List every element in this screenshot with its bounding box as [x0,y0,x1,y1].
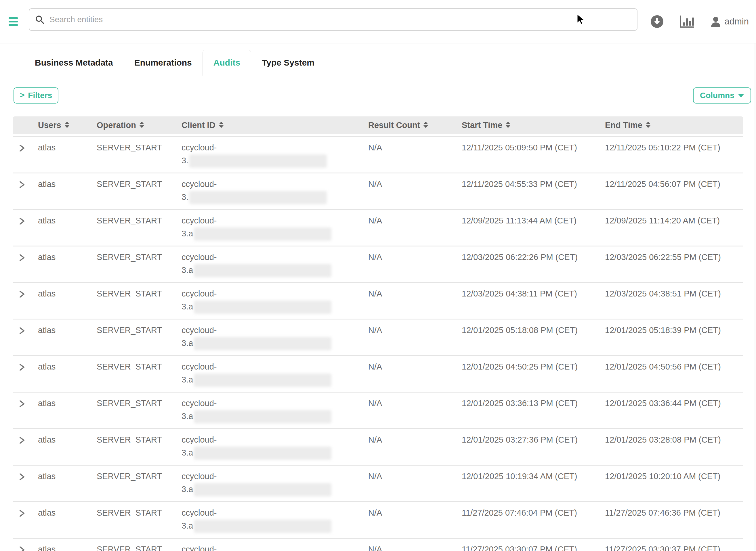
cell-result-count: N/A [368,472,382,481]
cell-operation: SERVER_START [97,399,162,408]
table-row: atlas SERVER_START ccycloud- 3.a N/A 12/… [13,319,743,355]
cell-start-time: 12/01/2025 10:19:34 AM (CET) [462,472,577,481]
column-label: Client ID [181,120,216,130]
admin-tabbar: Business Metadata Enumerations Audits Ty… [11,50,745,75]
cell-result-count: N/A [368,216,382,225]
chevron-right-icon [18,546,26,551]
expand-row-button[interactable] [18,178,26,188]
cell-end-time: 12/09/2025 11:14:20 AM (CET) [605,216,720,225]
cell-client-id-line1: ccycloud- [181,397,364,410]
cell-start-time: 11/27/2025 03:30:07 PM (CET) [462,545,577,551]
sort-icon[interactable] [506,122,510,128]
expand-row-button[interactable] [18,434,26,444]
cell-user: atlas [38,472,55,481]
cell-end-time: 12/01/2025 03:28:08 PM (CET) [605,435,721,444]
download-button[interactable] [651,15,664,28]
redacted-client-id [194,227,331,241]
client-id-prefix: 3.a [181,521,193,530]
redacted-client-id [194,264,331,277]
redacted-client-id [194,410,331,423]
cell-operation: SERVER_START [97,326,162,335]
client-id-prefix: 3.a [181,229,193,238]
expand-row-button[interactable] [18,507,26,517]
sort-icon[interactable] [219,122,224,128]
statistics-button[interactable] [680,15,694,28]
expand-row-button[interactable] [18,398,26,407]
sort-icon[interactable] [423,122,428,128]
cell-operation: SERVER_START [97,472,162,481]
cell-user: atlas [38,399,55,408]
expand-row-button[interactable] [18,251,26,261]
redacted-client-id [194,520,331,533]
column-header-start-time[interactable]: Start Time [458,117,601,136]
cell-client-id-line1: ccycloud- [181,141,364,154]
tab-audits[interactable]: Audits [203,50,251,76]
cell-client-id-line1: ccycloud- [181,178,364,191]
table-row: atlas SERVER_START ccycloud- 3.a N/A 11/… [13,538,743,551]
cell-client-id-line2: 3. [181,154,364,168]
username-label: admin [725,16,749,27]
column-header-end-time[interactable]: End Time [601,117,743,136]
audit-table-header: Users Operation Client ID Result Count S… [13,117,743,136]
column-header-operation[interactable]: Operation [93,117,177,136]
redacted-client-id [194,374,331,387]
tab-type-system[interactable]: Type System [251,50,325,75]
cell-client-id-line2: 3.a [181,300,364,314]
menu-button[interactable] [9,15,19,28]
cell-client-id-line2: 3.a [181,446,364,460]
expand-row-button[interactable] [18,361,26,371]
redacted-client-id [194,337,331,350]
user-menu[interactable]: admin [710,16,749,27]
scrollbar-track[interactable] [754,43,756,551]
sort-icon[interactable] [65,122,69,128]
expand-row-button[interactable] [18,142,26,151]
cell-user: atlas [38,435,55,444]
column-header-client-id[interactable]: Client ID [177,117,364,136]
chevron-right-icon [18,253,26,262]
cell-operation: SERVER_START [97,252,162,262]
filters-button[interactable]: > Filters [14,87,58,103]
sort-icon[interactable] [139,122,144,128]
cell-result-count: N/A [368,326,382,335]
expand-row-button[interactable] [18,544,26,551]
tab-business-metadata[interactable]: Business Metadata [24,50,124,75]
table-row: atlas SERVER_START ccycloud- 3.a N/A 12/… [13,392,743,428]
cell-start-time: 12/11/2025 05:09:50 PM (CET) [462,143,577,152]
sort-icon[interactable] [646,122,651,128]
cell-user: atlas [38,143,55,152]
cell-end-time: 11/27/2025 07:46:36 PM (CET) [605,508,720,517]
table-row: atlas SERVER_START ccycloud- 3.a N/A 12/… [13,245,743,282]
cell-client-id-line2: 3.a [181,483,364,496]
cell-start-time: 11/27/2025 07:46:04 PM (CET) [462,508,577,517]
chevron-right-icon [18,327,26,335]
tab-enumerations[interactable]: Enumerations [124,50,203,75]
redacted-client-id [194,301,331,314]
table-row: atlas SERVER_START ccycloud- 3.a N/A 12/… [13,465,743,501]
cell-client-id-line1: ccycloud- [181,360,364,373]
cell-client-id-line2: 3. [181,191,364,204]
search-input[interactable] [49,15,631,24]
redacted-client-id [194,447,331,460]
caret-down-icon [738,94,744,97]
cell-user: atlas [38,545,55,551]
cell-operation: SERVER_START [97,435,162,444]
cell-client-id-line1: ccycloud- [181,324,364,337]
redacted-client-id [189,191,327,204]
cell-user: atlas [38,179,55,189]
expand-row-button[interactable] [18,325,26,334]
columns-button-label: Columns [700,91,734,100]
cell-result-count: N/A [368,545,382,551]
column-header-result-count[interactable]: Result Count [364,117,458,136]
cell-client-id-line1: ccycloud- [181,251,364,264]
column-header-users[interactable]: Users [34,117,93,136]
cell-client-id-line1: ccycloud- [181,433,364,446]
expand-row-button[interactable] [18,288,26,298]
columns-button[interactable]: Columns [693,87,751,103]
expand-row-button[interactable] [18,471,26,480]
cell-result-count: N/A [368,252,382,262]
expand-row-button[interactable] [18,215,26,224]
cell-end-time: 12/03/2025 04:38:51 PM (CET) [605,289,721,298]
column-label: End Time [605,120,642,130]
chevron-right-icon [18,217,26,225]
chevron-right-icon [18,436,26,445]
